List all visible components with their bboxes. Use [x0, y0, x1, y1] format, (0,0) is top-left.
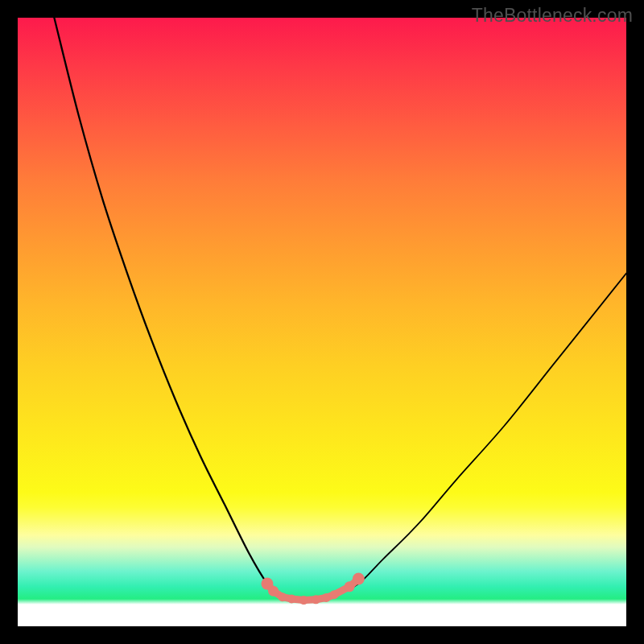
- bead-cluster: [261, 573, 364, 605]
- bead: [322, 593, 331, 602]
- curve-layer: [18, 18, 626, 626]
- right-curve: [334, 274, 626, 597]
- bead: [345, 581, 355, 592]
- plot-area: [18, 18, 626, 626]
- left-curve: [54, 18, 279, 596]
- bead: [261, 578, 273, 590]
- bead: [278, 592, 287, 601]
- watermark-text: TheBottleneck.com: [472, 5, 633, 27]
- chart-frame: TheBottleneck.com: [0, 0, 644, 644]
- bead: [299, 596, 308, 605]
- bead: [330, 590, 339, 599]
- bead: [287, 594, 296, 603]
- bead: [353, 573, 365, 585]
- bead: [312, 595, 320, 604]
